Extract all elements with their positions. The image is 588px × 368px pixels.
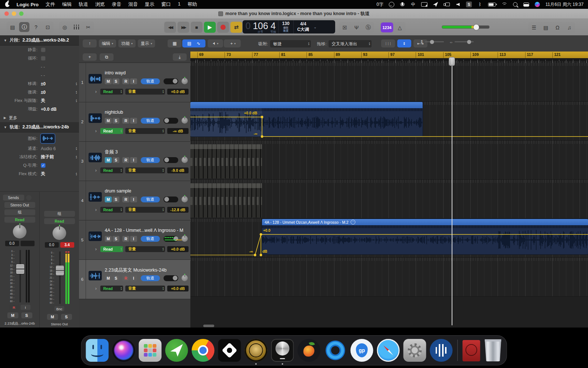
record-enable-button[interactable]: R [122, 157, 129, 163]
solo-mode-button[interactable]: Ⓢ [363, 22, 373, 32]
disclosure-icon[interactable]: ▼ [4, 39, 7, 42]
automation-parameter-menu[interactable]: 音量▴▾ [125, 167, 165, 173]
record-enable-button[interactable]: R [9, 305, 19, 310]
close-window-button[interactable] [4, 11, 9, 16]
track-name[interactable]: intro wayd [105, 70, 126, 75]
fader-track[interactable] [16, 250, 24, 302]
track-number[interactable]: 2 [79, 102, 86, 141]
dock-safari[interactable] [377, 339, 400, 362]
battery-status-icon[interactable] [488, 0, 496, 9]
track-name[interactable]: 2.23成品英文 Musicworks-24b [105, 267, 166, 273]
mute-button[interactable]: M [105, 78, 112, 84]
fader-track[interactable] [56, 251, 64, 304]
input-monitor-button[interactable]: I [130, 157, 137, 163]
library-button[interactable]: ▤ [7, 22, 18, 32]
hide-track-header-button[interactable]: ↑ [83, 39, 97, 47]
automation-target-button[interactable]: 轨道 [141, 157, 160, 163]
menu-item[interactable]: 混音 [128, 1, 138, 8]
input-monitor-button[interactable]: I [130, 118, 137, 124]
track-on-off-toggle[interactable] [164, 157, 178, 163]
region-inspector-header[interactable]: ▼ 片段: 2.23成品...works-24b.2 [0, 35, 79, 46]
parameter-value[interactable]: 推子前 [41, 154, 54, 160]
automation-mode-menu[interactable]: Read▴▾ [100, 167, 123, 173]
s-app-status-icon[interactable]: S [466, 1, 472, 7]
track-menu-编辑[interactable]: 编辑▾ [99, 39, 116, 47]
checkbox[interactable] [41, 47, 46, 52]
track-header[interactable]: 1 intro wayd M S R I 轨道 › Read▴▾ 音量▴▾ +0… [79, 63, 190, 102]
track-on-off-toggle[interactable] [164, 275, 178, 281]
dock-gold-knob-app[interactable] [245, 339, 268, 362]
solo-button[interactable]: S [61, 314, 72, 320]
waveform-zoom-button[interactable]: ᛁᛁᛁ [381, 39, 395, 47]
automation-value[interactable]: -9.0 dB [167, 167, 189, 173]
audio-region-4a-128[interactable]: 4A - 128 - Ummet Ozcan,Axwell Λ Ingrosso… [262, 219, 588, 254]
disclosure-icon[interactable]: › [95, 286, 97, 291]
dock-blue-ring-app[interactable] [324, 339, 347, 362]
checkbox[interactable] [41, 56, 46, 61]
pan-knob[interactable] [182, 275, 188, 281]
track-number[interactable]: 5 [79, 220, 86, 259]
track-icon-well[interactable] [41, 134, 55, 143]
siri-status-icon[interactable] [535, 0, 540, 9]
send-knob[interactable] [26, 195, 32, 201]
media-browser-button[interactable]: ♫ [564, 22, 574, 32]
dock-guitar-pro[interactable]: gp [351, 339, 373, 362]
menu-item[interactable]: 帮助 [187, 1, 197, 8]
more-link[interactable]: ▶更多 [0, 113, 79, 122]
metronome-button[interactable]: △ [395, 22, 405, 32]
dock-trash[interactable] [484, 339, 502, 361]
automation-value[interactable]: +0.0 dB [167, 89, 189, 95]
parameter-value[interactable]: 关 [41, 98, 45, 104]
track-name[interactable]: 音频 3 [105, 149, 118, 155]
track-header[interactable]: 2 nightclub M S R I 轨道 › Read▴▾ 音量▴▾ -∞ … [79, 102, 190, 142]
checkbox[interactable]: ✓ [41, 163, 46, 168]
lcd-signature[interactable]: 4/4 C大调 [294, 20, 313, 33]
automation-curve-tool-button[interactable]: ∿ [191, 39, 205, 47]
count-in-button[interactable]: 1234 [381, 22, 393, 32]
add-track-button[interactable]: + [83, 53, 97, 61]
automation-target-button[interactable]: 轨道 [141, 275, 160, 281]
stop-button[interactable]: ■ [191, 22, 202, 33]
track-header[interactable]: 3 音频 3 M S R I 轨道 › Read▴▾ 音量▴▾ -9.0 dB [79, 142, 190, 181]
screen-mirroring-status-icon[interactable] [421, 0, 427, 9]
spotlight-status-icon[interactable] [513, 0, 518, 9]
automation-target-button[interactable]: 轨道 [141, 197, 160, 202]
snap-menu[interactable]: 敏捷▴▾ [270, 40, 311, 47]
control-center-status-icon[interactable] [523, 0, 529, 9]
input-monitor-button[interactable]: I [130, 275, 137, 281]
duplicate-track-button[interactable]: ⧉ [100, 53, 114, 61]
input-monitor-button[interactable]: I [21, 305, 31, 310]
track-icon[interactable] [89, 113, 102, 123]
character-count-status-icon[interactable]: 0字 [376, 0, 383, 9]
automation-parameter-menu[interactable]: 音量▴▾ [125, 207, 165, 213]
track-on-off-toggle[interactable] [164, 118, 178, 124]
track-name[interactable]: nightclub [105, 110, 123, 115]
pan-value[interactable]: 0.0 [5, 241, 19, 246]
automation-parameter-menu[interactable]: 音量▴▾ [125, 246, 165, 252]
dock-system-settings[interactable] [404, 339, 426, 362]
menu-item[interactable]: 轨道 [79, 1, 88, 8]
track-on-off-toggle[interactable] [164, 236, 178, 242]
parameter-value[interactable]: ±0 [41, 90, 46, 95]
automation-mode-menu[interactable]: Read▴▾ [100, 246, 123, 252]
input-method-status-icon[interactable]: 中 [410, 0, 416, 9]
automation-value[interactable]: +0.0 dB [167, 286, 189, 291]
solo-button[interactable]: S [21, 312, 32, 318]
pan-knob[interactable] [182, 78, 188, 84]
track-on-off-toggle[interactable] [164, 197, 178, 202]
region-header[interactable] [190, 102, 423, 108]
disclosure-icon[interactable]: › [95, 247, 97, 252]
clip-value[interactable] [21, 241, 35, 246]
automation-parameter-menu[interactable]: 音量▴▾ [125, 128, 165, 134]
smart-controls-button[interactable]: ◎ [60, 22, 70, 32]
record-enable-button[interactable]: R [122, 236, 129, 242]
zoom-window-button[interactable] [19, 11, 24, 16]
automation-parameter-menu[interactable]: 音量▴▾ [125, 286, 165, 291]
horizontal-zoom-slider[interactable]: ⇔ [449, 40, 474, 44]
apple-menu-icon[interactable] [5, 2, 10, 7]
track-icon[interactable] [89, 192, 102, 202]
automation-parameter-menu[interactable]: 音量▴▾ [125, 89, 165, 95]
clip-value[interactable]: 3.4 [60, 242, 74, 248]
lcd-display[interactable]: 0 106小节 4节拍 130 保留 速度 4/4 C大调 ⌄ [243, 20, 335, 33]
grid-view-button[interactable]: ▦ [168, 39, 182, 47]
